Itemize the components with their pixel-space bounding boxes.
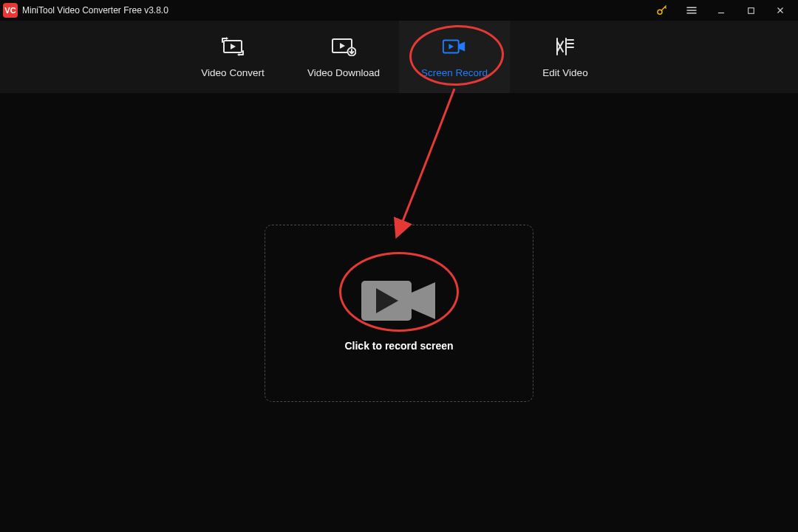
app-title: MiniTool Video Converter Free v3.8.0 bbox=[22, 5, 168, 16]
download-icon bbox=[331, 36, 356, 57]
svg-marker-13 bbox=[340, 43, 345, 49]
header-tabs: Video Convert Video Download Screen Reco… bbox=[0, 21, 798, 93]
tab-label: Video Convert bbox=[201, 67, 264, 78]
record-icon bbox=[442, 36, 467, 57]
menu-icon[interactable] bbox=[677, 0, 706, 21]
tab-screen-record[interactable]: Screen Record bbox=[399, 21, 510, 93]
svg-marker-9 bbox=[226, 37, 228, 40]
record-button-label: Click to record screen bbox=[344, 340, 453, 352]
svg-marker-10 bbox=[237, 53, 239, 56]
svg-marker-11 bbox=[231, 44, 236, 50]
svg-rect-5 bbox=[748, 7, 754, 13]
minimize-button[interactable] bbox=[706, 0, 736, 21]
titlebar: VC MiniTool Video Converter Free v3.8.0 bbox=[0, 0, 798, 21]
app-logo-text: VC bbox=[4, 6, 16, 15]
convert-icon bbox=[220, 36, 245, 57]
tab-edit-video[interactable]: Edit Video bbox=[510, 21, 621, 93]
maximize-button[interactable] bbox=[736, 0, 765, 21]
key-icon[interactable] bbox=[647, 0, 677, 21]
close-button[interactable] bbox=[765, 0, 795, 21]
record-screen-button[interactable]: Click to record screen bbox=[265, 225, 533, 402]
svg-marker-16 bbox=[449, 44, 454, 50]
app-logo: VC bbox=[3, 3, 18, 18]
edit-icon bbox=[553, 36, 578, 57]
tab-label: Screen Record bbox=[421, 67, 488, 78]
tab-video-download[interactable]: Video Download bbox=[288, 21, 399, 93]
tab-label: Edit Video bbox=[542, 67, 587, 78]
main-area: Click to record screen bbox=[0, 93, 798, 532]
tab-video-convert[interactable]: Video Convert bbox=[177, 21, 288, 93]
camcorder-icon bbox=[358, 275, 440, 327]
tab-label: Video Download bbox=[307, 67, 380, 78]
